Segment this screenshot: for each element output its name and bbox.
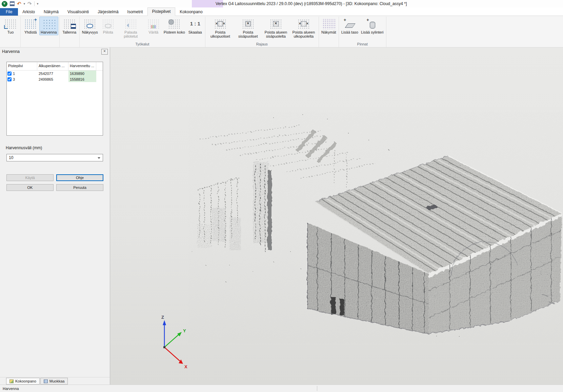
ribbon-button-lisaa-sylinteri[interactable]: Lisää sylinteri bbox=[360, 17, 385, 35]
cancel-button[interactable]: Peruuta bbox=[56, 184, 103, 191]
merge-pointclouds-icon bbox=[24, 18, 37, 29]
viewport-3d[interactable]: Z Y X bbox=[110, 47, 563, 385]
undo-dropdown-icon[interactable]: ▾ bbox=[24, 2, 25, 5]
ribbon-button-poista-ulkopuoliset[interactable]: Poista ulkopuoliset bbox=[206, 17, 234, 40]
remove-outside-icon bbox=[214, 18, 227, 29]
ribbon-button-nakyvyys[interactable]: Näkyvyys bbox=[81, 17, 99, 35]
tab-file[interactable]: File bbox=[0, 8, 18, 16]
ribbon-button-poista-alueen-sisapuolelta[interactable]: Poista alueen sisäpuolelta bbox=[262, 17, 290, 40]
axis-origin bbox=[163, 346, 165, 348]
table-row[interactable]: 125420771639890 bbox=[7, 71, 103, 76]
x-axis-label: X bbox=[184, 364, 187, 369]
pointcloud-table: Pistepilvi Alkuperäinen ... Harvennettu … bbox=[6, 62, 103, 136]
ribbon-button-tuo[interactable]: Tuo bbox=[2, 17, 19, 35]
ribbon-button-harvenna[interactable]: Harvenna bbox=[39, 17, 58, 35]
point-size-icon bbox=[167, 18, 181, 29]
bottom-tab-kokoonpano[interactable]: Kokoonpano bbox=[6, 378, 40, 385]
muokkaa-tab-icon bbox=[44, 379, 48, 383]
tab-jarjestelma[interactable]: Järjestelmä bbox=[93, 8, 123, 16]
ribbon-button-tallenna[interactable]: Tallenna bbox=[61, 17, 78, 35]
ribbon-button-label: Palauta piilotetut bbox=[118, 30, 143, 39]
bottom-tab-muokkaa[interactable]: Muokkaa bbox=[40, 378, 68, 385]
ribbon-button-label: Poista ulkopuoliset bbox=[208, 30, 233, 39]
ribbon-button-palauta-piilotetut[interactable]: Palauta piilotetut bbox=[117, 17, 145, 40]
ribbon-button-varita[interactable]: Väritä bbox=[145, 17, 162, 35]
customize-toolbar-icon[interactable]: ▾ bbox=[37, 2, 39, 5]
titlebar: ↶ ▾ ↷ ▾ Vertex G4 Laitossuunnittelu 2023… bbox=[0, 0, 563, 7]
thinned-count: 1639890 bbox=[68, 71, 96, 76]
column-header-harvennettu[interactable]: Harvennettu ... bbox=[68, 62, 96, 70]
add-cylinder-icon bbox=[365, 18, 379, 29]
thin-pointcloud-icon bbox=[42, 18, 56, 29]
tab-visualisointi[interactable]: Visualisointi bbox=[63, 8, 93, 16]
y-axis-label: Y bbox=[183, 328, 186, 333]
save-icon[interactable] bbox=[10, 1, 15, 6]
redo-icon: ↷ bbox=[27, 1, 32, 6]
ribbon-button-label: Pisteen koko bbox=[164, 30, 185, 34]
ribbon-group-label bbox=[22, 41, 58, 47]
pointcloud-id: 3 bbox=[13, 77, 15, 81]
statusbar-divider bbox=[317, 386, 317, 391]
column-header-alkuperainen[interactable]: Alkuperäinen ... bbox=[37, 62, 68, 70]
table-row[interactable]: 324998651558816 bbox=[7, 76, 103, 82]
window-title: Vertex G4 Laitossuunnittelu 2023 / 29.0.… bbox=[216, 1, 407, 6]
button-row-2: OK Peruuta bbox=[6, 184, 103, 191]
ribbon-button-label: Skaalaa bbox=[188, 30, 202, 34]
ribbon-group-label bbox=[61, 41, 78, 47]
ribbon-button-lisaa-taso[interactable]: Lisää taso bbox=[340, 17, 360, 35]
spacing-value: 10 bbox=[9, 155, 13, 160]
ribbon-button-label: Poista sisäpuoliset bbox=[236, 30, 261, 39]
tab-nakyma[interactable]: Näkymä bbox=[39, 8, 63, 16]
ribbon-group-label: Rajaus bbox=[206, 41, 318, 47]
kokoonpano-tab-icon bbox=[9, 379, 14, 383]
ribbon-button-poista-sisapuoliset[interactable]: Poista sisäpuoliset bbox=[234, 17, 262, 40]
axis-indicator: Z Y X bbox=[161, 315, 187, 369]
ribbon-group-label bbox=[2, 41, 19, 47]
ribbon-button-label: Poista alueen sisäpuolelta bbox=[263, 30, 288, 39]
ribbon-group-label: Pinnat bbox=[340, 41, 385, 47]
ok-button[interactable]: OK bbox=[6, 184, 54, 191]
tab-arkisto[interactable]: Arkisto bbox=[18, 8, 39, 16]
ribbon-button-label: Lisää sylinteri bbox=[361, 30, 384, 34]
vertex-logo-icon bbox=[2, 1, 7, 7]
colorize-icon bbox=[147, 18, 160, 29]
panel-header: Harvenna × bbox=[0, 47, 110, 55]
spacing-combobox[interactable]: 10 bbox=[6, 154, 103, 161]
ribbon-button-yhdista[interactable]: Yhdistä bbox=[22, 17, 39, 35]
add-plane-icon bbox=[343, 18, 357, 29]
remove-area-outside-icon bbox=[297, 18, 310, 29]
menu-tabs: FileArkistoNäkymäVisualisointiJärjestelm… bbox=[0, 7, 563, 16]
statusbar: Harvenna bbox=[0, 385, 563, 392]
row-checkbox[interactable] bbox=[7, 77, 12, 81]
help-button[interactable]: Ohje bbox=[56, 174, 103, 181]
views-icon bbox=[322, 18, 336, 29]
ribbon-group-label bbox=[320, 41, 338, 47]
ribbon-button-label: Tuo bbox=[7, 30, 14, 34]
ribbon-button-skaalaa[interactable]: Skaalaa bbox=[186, 17, 204, 35]
ribbon-group-rajaus: Poista ulkopuolisetPoista sisäpuolisetPo… bbox=[205, 17, 319, 47]
viewport-canvas: Z Y X bbox=[110, 47, 563, 385]
quick-access-toolbar: ↶ ▾ ↷ ▾ bbox=[2, 0, 38, 7]
ribbon-group-pinnat: Lisää tasoLisää sylinteriPinnat bbox=[339, 17, 386, 47]
ribbon-button-piilota[interactable]: Piilota bbox=[99, 17, 117, 35]
ribbon-button-nakymat[interactable]: Näkymät bbox=[320, 17, 338, 35]
button-row-1: Käytä Ohje bbox=[6, 174, 103, 181]
tab-kokoonpano[interactable]: Kokoonpano bbox=[175, 8, 207, 16]
apply-button[interactable]: Käytä bbox=[6, 174, 54, 181]
undo-icon[interactable]: ↶ bbox=[17, 1, 21, 6]
close-icon[interactable]: × bbox=[101, 49, 108, 55]
import-pointcloud-icon bbox=[4, 18, 17, 29]
dark-fragment bbox=[267, 170, 271, 249]
bottom-tab-label: Kokoonpano bbox=[15, 379, 36, 383]
column-header-pistepilvi[interactable]: Pistepilvi bbox=[7, 62, 37, 70]
tab-pistepilvet[interactable]: Pistepilvet bbox=[147, 7, 176, 16]
original-count: 2542077 bbox=[37, 71, 68, 76]
thinned-count: 1558816 bbox=[68, 76, 96, 82]
bottom-tabs: KokoonpanoMuokkaa bbox=[0, 377, 110, 385]
row-checkbox[interactable] bbox=[7, 72, 12, 76]
visibility-icon bbox=[83, 18, 97, 29]
ribbon-button-poista-alueen-ulkopuolelta[interactable]: Poista alueen ulkopuolelta bbox=[290, 17, 318, 40]
tab-isometrit[interactable]: Isometrit bbox=[123, 8, 147, 16]
ribbon-group-label: Työkalut bbox=[81, 41, 204, 47]
ribbon-button-pisteen-koko[interactable]: Pisteen koko bbox=[162, 17, 186, 35]
